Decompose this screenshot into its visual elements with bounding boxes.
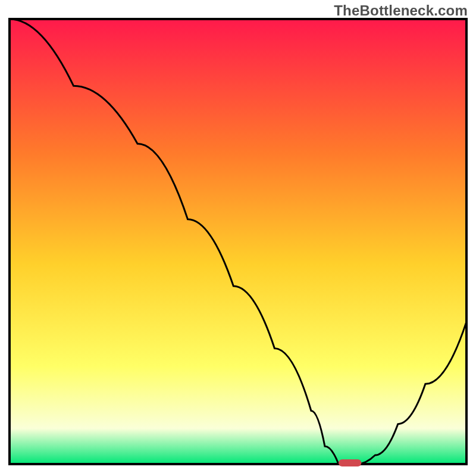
optimum-marker [339, 459, 361, 466]
watermark-text: TheBottleneck.com [334, 2, 468, 19]
chart-frame: TheBottleneck.com [0, 0, 476, 476]
bottleneck-chart [0, 0, 476, 476]
